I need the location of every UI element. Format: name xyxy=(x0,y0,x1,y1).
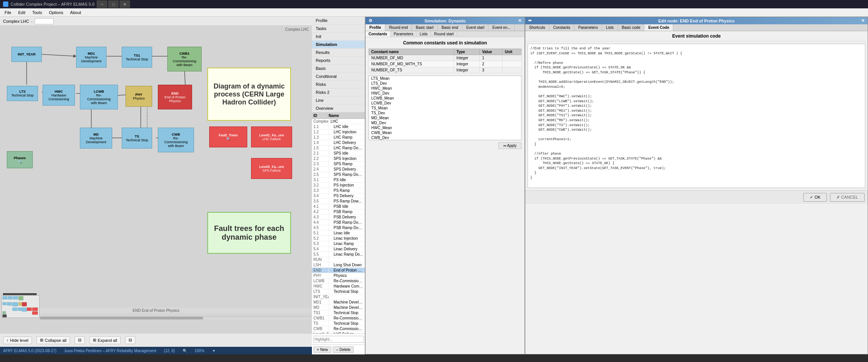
minimap[interactable] xyxy=(2,295,40,318)
sim-tree-item[interactable]: LCWB_Mean xyxy=(369,96,521,101)
tree-row[interactable]: 2.4 SPS Delivery xyxy=(312,167,365,172)
sim-tab-profile[interactable]: Profile xyxy=(366,24,385,31)
sim-tab-basic-start[interactable]: Basic start xyxy=(412,24,438,31)
tree-row[interactable]: CWB Re-Commissioning... xyxy=(312,326,365,332)
minimize-button[interactable]: ─ xyxy=(97,0,107,8)
nav-risks2[interactable]: Risks 2 xyxy=(312,89,365,96)
edit-dialog-close[interactable]: ✕ xyxy=(861,18,865,23)
tree-row[interactable]: 4.2 PSB Ramp xyxy=(312,209,365,215)
tree-row[interactable]: 1.1 LHC Idle xyxy=(312,124,365,130)
nav-tasks[interactable]: Tasks xyxy=(312,25,365,33)
tree-row[interactable]: MD1 Machine Develop... xyxy=(312,300,365,305)
highlight-input[interactable] xyxy=(313,336,364,343)
node-md1[interactable]: MD1 Machine Development xyxy=(76,47,107,68)
node-ts2[interactable]: TS Technical Stop xyxy=(122,128,152,149)
horiz-scrollbar[interactable] xyxy=(40,316,312,319)
tree-row[interactable]: LCWB Re-Commissioning... xyxy=(312,278,365,284)
maximize-button[interactable]: □ xyxy=(108,0,119,8)
sim-dialog-close[interactable]: ✕ xyxy=(518,18,521,23)
node-phy[interactable]: PHY Physics xyxy=(126,86,152,107)
tree-row[interactable]: 2.5 SPS Ramp Dow... xyxy=(312,172,365,177)
tree-row[interactable]: 2.3 SPS Ramp xyxy=(312,161,365,167)
phases-expand[interactable]: 🔍 xyxy=(18,160,22,164)
tree-row[interactable]: 3.1 PS Idle xyxy=(312,177,365,183)
edit-tab-parameters[interactable]: Parameters xyxy=(574,24,602,31)
sim-tree-item[interactable]: HWC_Mean xyxy=(369,125,521,130)
menu-options[interactable]: Options xyxy=(46,9,66,16)
nav-reports[interactable]: Reports xyxy=(312,57,365,65)
nav-line[interactable]: Line xyxy=(312,96,365,104)
menu-tools[interactable]: Tools xyxy=(29,9,45,16)
nav-conditional[interactable]: Conditional xyxy=(312,73,365,81)
constant-row[interactable]: NUMBER_OF_MD Integer 1 xyxy=(369,55,521,61)
menu-edit[interactable]: Edit xyxy=(15,9,29,16)
edit-tab-shortcuts[interactable]: Shortcuts xyxy=(525,24,549,31)
sim-tab-event-start[interactable]: Event start xyxy=(463,24,489,31)
tree-row[interactable]: INIT_YEAR xyxy=(312,294,365,300)
sim-subtab-round-start[interactable]: Round start xyxy=(431,31,457,37)
tree-row[interactable]: 1.3 LHC Ramp xyxy=(312,135,365,140)
sim-tree-item[interactable]: TS_Dev xyxy=(369,111,521,115)
edit-tab-basic-code[interactable]: Basic code xyxy=(618,24,645,31)
tree-row[interactable]: 5.3 Linac Ramp xyxy=(312,241,365,247)
sim-tree-item[interactable]: CWB_Dev xyxy=(369,135,521,140)
sim-tree-item[interactable]: TS_Mean xyxy=(369,106,521,111)
node-lcwb[interactable]: LCWB Re- Commissioning with Beam xyxy=(80,85,118,109)
tree-row[interactable]: 1.5 LHC Ramp Dow... xyxy=(312,145,365,151)
org-chart-button[interactable]: ⊟ xyxy=(75,336,85,344)
tree-row[interactable]: 3.2 PS Injection xyxy=(312,183,365,188)
sim-subtab-constants[interactable]: Constants xyxy=(366,31,391,37)
tree-row[interactable]: HWC Hardware Comissi... xyxy=(312,284,365,289)
tree-row[interactable]: 2.2 SPS Injection xyxy=(312,156,365,161)
sim-tree-item[interactable]: LTS_Mean xyxy=(369,76,521,81)
new-button[interactable]: + New xyxy=(313,346,331,353)
nav-profile[interactable]: Profile xyxy=(312,17,365,25)
tree-row[interactable]: 3.3 PS Ramp xyxy=(312,188,365,193)
tree-row[interactable]: 3.5 PS Ramp Dow... xyxy=(312,199,365,204)
node-end[interactable]: END End of Proton Physics xyxy=(158,85,192,109)
nav-init[interactable]: Init xyxy=(312,33,365,41)
sim-tree-item[interactable]: CWB_Mean xyxy=(369,130,521,135)
expand-all-button[interactable]: ⊞ Expand all xyxy=(89,336,121,344)
edit-tab-lists[interactable]: Lists xyxy=(602,24,618,31)
node-cwb2[interactable]: CWB Re- Commissioning with Beam xyxy=(158,128,194,152)
menu-file[interactable]: File xyxy=(2,9,14,16)
sim-tab-event-end[interactable]: Event en... xyxy=(488,24,515,31)
tree-row[interactable]: END End of Proton Phy... xyxy=(312,268,365,273)
sim-tree-item[interactable]: HWC_Mean xyxy=(369,86,521,91)
tree-row[interactable]: 5.1 Linac Idle xyxy=(312,231,365,236)
tree-row[interactable]: CWB1 Re-Commissioning... xyxy=(312,316,365,321)
sim-tab-round-end[interactable]: Round end xyxy=(385,24,412,31)
tree-row[interactable]: MD Machine Develop... xyxy=(312,305,365,310)
node-init-year[interactable]: INIT_YEAR xyxy=(11,47,42,62)
sim-tree-item[interactable]: LTS_Dev xyxy=(369,81,521,86)
tree-row[interactable]: LSH Long Shut Down xyxy=(312,262,365,268)
sim-tree-item[interactable]: LCWB_Dev xyxy=(369,101,521,106)
node-level1-failure[interactable]: Level1_Fa...ure LHC Failure xyxy=(251,126,292,147)
sim-tree-item[interactable]: MD_Dev xyxy=(369,120,521,125)
node-ts1[interactable]: TS1 Technical Stop xyxy=(122,47,152,68)
node-lts[interactable]: LTS Technical Stop xyxy=(7,86,38,101)
tree-row[interactable]: 4.5 PSB Ramp Dow... xyxy=(312,225,365,231)
constant-row[interactable]: NUMBER_OF_MD_WITH_TS Integer 2 xyxy=(369,61,521,67)
sim-tab-basic-end[interactable]: Basic end xyxy=(438,24,463,31)
cancel-button[interactable]: ✗ CANCEL xyxy=(830,193,865,202)
tree-row[interactable]: PHY Physics xyxy=(312,273,365,278)
sim-apply-button[interactable]: ⇔ Apply xyxy=(498,142,521,149)
tree-row[interactable]: TS Technical Stop xyxy=(312,321,365,326)
nav-simulation[interactable]: Simulation xyxy=(312,41,365,49)
tree-row[interactable]: TS1 Technical Stop xyxy=(312,310,365,316)
diagram-canvas[interactable]: Complex LHC xyxy=(0,26,312,333)
close-button[interactable]: ✕ xyxy=(119,0,130,8)
node-fault-trees[interactable]: Fault_Trees 🔍 xyxy=(209,126,247,147)
tree-row[interactable]: 4.4 PSB Ramp Dow... xyxy=(312,220,365,225)
nav-basic[interactable]: Basic xyxy=(312,65,365,73)
node-cwb1[interactable]: CWB1 Re- Commissioning with Beam xyxy=(167,47,202,71)
tree-row[interactable]: 4.3 PSB Delivery xyxy=(312,215,365,220)
sim-subtab-parameters[interactable]: Parameters xyxy=(391,31,417,37)
nav-risks[interactable]: Risks xyxy=(312,81,365,89)
nav-results[interactable]: Results xyxy=(312,49,365,57)
nav-overview[interactable]: Overview xyxy=(312,104,365,112)
sim-tree-item[interactable]: HWC_Dev xyxy=(369,91,521,96)
tree-row[interactable]: LTS Technical Stop xyxy=(312,289,365,294)
